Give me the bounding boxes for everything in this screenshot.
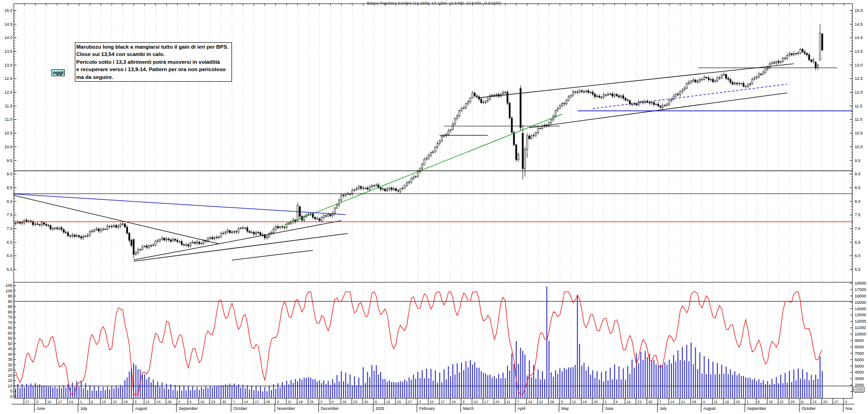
candle-body-up <box>684 88 685 90</box>
candle-body-up <box>179 241 180 242</box>
candle-body-up <box>752 79 753 84</box>
y-axis-label-right: 14.0 <box>855 35 863 40</box>
candle-body-up <box>402 188 403 189</box>
candle-body-up <box>297 206 299 221</box>
candle-body-down <box>507 92 508 103</box>
candle-body-up <box>688 82 690 84</box>
candle-body-down <box>229 230 231 233</box>
y-axis-label-right: 9.0 <box>855 172 861 176</box>
candle-body-up <box>620 96 622 97</box>
oggi-label: oggi <box>51 69 65 76</box>
candle-body-up <box>321 218 322 221</box>
candle-body-down <box>361 186 362 188</box>
candle-body-down <box>249 231 250 233</box>
candle-body-up <box>715 81 716 82</box>
oscillator-axis-label: 35 <box>8 357 12 362</box>
candle-body-up <box>566 100 567 104</box>
candle-body-down <box>658 104 659 106</box>
candle-body-up <box>745 86 746 87</box>
x-tick-label: 23 <box>211 400 215 404</box>
x-tick-label: 26 <box>594 400 598 404</box>
month-label: September <box>747 406 767 411</box>
candle-body-up <box>710 79 711 80</box>
candle-body-up <box>316 218 318 219</box>
oscillator-axis-label: 25 <box>8 368 12 372</box>
candle-body-up <box>376 185 377 186</box>
candle-body-up <box>201 243 202 244</box>
oscillator-axis-label: 105 <box>6 283 12 288</box>
candle-body-up <box>776 62 777 63</box>
candle-body-up <box>562 104 563 106</box>
y-axis-label-right: 13.5 <box>855 49 863 54</box>
candle-body-up <box>496 95 497 95</box>
candle-body-up <box>784 58 786 59</box>
oscillator-axis-label: 80 <box>8 310 12 314</box>
candle-body-up <box>240 228 242 229</box>
candle-body-up <box>454 119 456 124</box>
candle-body-up <box>34 224 36 225</box>
candle-body-down <box>373 186 375 186</box>
candle-body-down <box>188 245 189 246</box>
candle-body-down <box>778 62 779 62</box>
candle-body-up <box>452 124 454 129</box>
candle-body-up <box>472 93 473 98</box>
candle-body-up <box>223 233 224 234</box>
candle-body-up <box>94 230 95 231</box>
candle-body-up <box>723 74 725 75</box>
candle-body-up <box>518 155 519 160</box>
y-axis-label-right: 11.5 <box>855 104 862 108</box>
month-label: April <box>518 406 525 411</box>
candle-body-up <box>155 241 156 245</box>
x-tick-label: 2 <box>321 400 323 404</box>
candle-body-up <box>741 84 742 84</box>
candle-body-up <box>227 230 228 232</box>
candle-body-down <box>124 224 126 227</box>
candle-body-up <box>345 194 346 196</box>
candle-body-up <box>675 94 676 96</box>
volume-axis-label: 17000 <box>855 287 866 292</box>
x-tick-label: 16 <box>342 400 346 404</box>
oscillator-axis-label: 75 <box>8 315 12 319</box>
candle-body-up <box>52 229 53 229</box>
candle-body-down <box>594 94 596 97</box>
candle-body-up <box>424 159 425 164</box>
candle-body-up <box>338 200 340 205</box>
candle-body-down <box>170 240 171 241</box>
x-tick-label: 5 <box>561 400 563 404</box>
candle-body-down <box>330 214 331 216</box>
candle-body-up <box>601 97 602 97</box>
candle-body-down <box>315 217 316 218</box>
candle-body-up <box>137 250 139 252</box>
candle-body-down <box>743 84 744 87</box>
month-label: August <box>135 406 147 411</box>
x-tick-label: 8 <box>758 400 760 404</box>
x-tick-label: 29 <box>790 400 795 404</box>
y-axis-label-left: 13.0 <box>4 63 12 67</box>
month-label: October <box>802 406 816 411</box>
candle-body-down <box>319 218 320 220</box>
candle-body-down <box>708 78 709 80</box>
candle-body-down <box>598 96 600 97</box>
y-axis-label-left: 7.5 <box>6 213 12 217</box>
candle-body-up <box>787 55 788 58</box>
candle-body-up <box>400 189 401 191</box>
annotation-line: ma da seguire. <box>76 73 231 81</box>
candle-body-up <box>413 177 414 179</box>
candle-body-down <box>804 52 806 53</box>
candle-body-up <box>721 75 722 78</box>
candle-body-down <box>129 233 130 241</box>
candle-body-down <box>592 92 593 94</box>
candle-body-up <box>463 108 464 109</box>
candle-body-down <box>627 100 628 101</box>
candle-body-up <box>220 233 222 237</box>
x-tick-label: 20 <box>823 400 827 404</box>
candle-body-up <box>662 106 663 107</box>
candle-body-up <box>382 189 383 190</box>
candle-body-down <box>513 133 515 145</box>
candle-body-up <box>817 65 818 68</box>
candle-body-up <box>819 33 821 60</box>
candle-body-up <box>614 95 615 96</box>
oscillator-axis-label: 70 <box>8 320 12 325</box>
candle-body-up <box>754 78 755 79</box>
oscillator-axis-label: 50 <box>8 341 12 346</box>
